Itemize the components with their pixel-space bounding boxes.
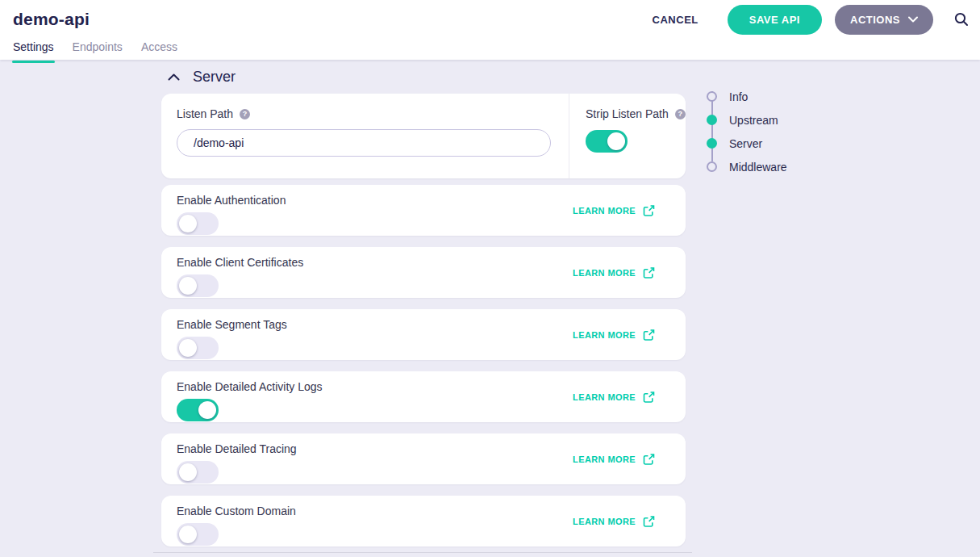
toggle-knob [179, 339, 197, 357]
learn-more-link[interactable]: LEARN MORE [573, 204, 655, 216]
strip-listen-path-label: Strip Listen Path [586, 107, 669, 120]
enable-detailed-tracing-card: Enable Detailed Tracing LEARN MORE [161, 433, 686, 484]
listen-path-card: Listen Path ? Strip Listen Path ? [161, 94, 686, 178]
step-label: Middleware [729, 161, 787, 174]
step-dot [707, 138, 717, 149]
enable-segment-tags-card: Enable Segment Tags LEARN MORE [161, 309, 686, 360]
section-stepper: Info Upstream Server Middleware [707, 85, 787, 178]
listen-path-label-row: Listen Path ? [177, 107, 551, 120]
step-dot [707, 115, 717, 125]
save-api-button[interactable]: SAVE API [728, 5, 822, 35]
tab-settings[interactable]: Settings [13, 40, 54, 60]
toggle-knob [179, 526, 197, 543]
learn-more-label: LEARN MORE [573, 517, 636, 526]
external-link-icon [643, 515, 655, 527]
listen-path-field: Listen Path ? [161, 94, 569, 178]
server-cards: Listen Path ? Strip Listen Path ? Enable… [161, 94, 686, 557]
step-label: Upstream [729, 114, 778, 127]
enable-detailed-activity-logs-card: Enable Detailed Activity Logs LEARN MORE [161, 371, 686, 422]
strip-listen-path-toggle[interactable] [586, 130, 628, 153]
toggle-knob [179, 277, 197, 295]
step-label: Info [729, 90, 748, 103]
chevron-up-icon [168, 73, 180, 81]
help-icon[interactable]: ? [675, 109, 686, 119]
learn-more-label: LEARN MORE [573, 392, 636, 402]
step-dot [707, 91, 717, 102]
actions-button[interactable]: ACTIONS [835, 5, 933, 35]
enable-authentication-card: Enable Authentication LEARN MORE [161, 185, 686, 236]
learn-more-label: LEARN MORE [573, 206, 636, 216]
header: demo-api CANCEL SAVE API ACTIONS [0, 0, 980, 39]
strip-listen-path-label-row: Strip Listen Path ? [586, 107, 686, 120]
enable-custom-domain-card: Enable Custom Domain LEARN MORE [161, 496, 686, 547]
page-title: demo-api [13, 10, 90, 29]
search-icon [954, 12, 969, 27]
enable-segment-tags-toggle[interactable] [177, 337, 219, 359]
listen-path-input[interactable] [177, 129, 551, 157]
enable-authentication-toggle[interactable] [177, 212, 219, 235]
external-link-icon [643, 453, 655, 465]
toggle-knob [179, 463, 197, 481]
chevron-down-icon [908, 16, 918, 23]
cancel-button[interactable]: CANCEL [653, 14, 699, 26]
external-link-icon [643, 266, 655, 278]
learn-more-label: LEARN MORE [573, 268, 636, 278]
learn-more-label: LEARN MORE [573, 454, 636, 464]
learn-more-link[interactable]: LEARN MORE [573, 391, 655, 403]
tab-bar: Settings Endpoints Access [0, 39, 980, 60]
stepper-item-upstream[interactable]: Upstream [707, 108, 787, 132]
learn-more-link[interactable]: LEARN MORE [573, 453, 655, 465]
tab-access[interactable]: Access [141, 40, 177, 60]
header-actions: CANCEL SAVE API ACTIONS [653, 5, 969, 35]
stepper-item-middleware[interactable]: Middleware [707, 155, 787, 178]
stepper-item-info[interactable]: Info [707, 85, 787, 108]
toggle-knob [198, 401, 216, 419]
tab-endpoints[interactable]: Endpoints [73, 40, 123, 60]
help-icon[interactable]: ? [240, 109, 250, 119]
actions-label: ACTIONS [850, 14, 900, 26]
section-divider [153, 552, 692, 553]
section-title: Server [193, 69, 236, 86]
enable-detailed-tracing-toggle[interactable] [177, 461, 219, 484]
search-button[interactable] [954, 12, 969, 27]
strip-listen-path-field: Strip Listen Path ? [569, 94, 686, 178]
enable-client-certificates-toggle[interactable] [177, 274, 219, 297]
server-section-header[interactable]: Server [168, 69, 236, 86]
enable-custom-domain-toggle[interactable] [177, 523, 219, 546]
external-link-icon [643, 204, 655, 216]
enable-client-certificates-card: Enable Client Certificates LEARN MORE [161, 247, 686, 298]
learn-more-link[interactable]: LEARN MORE [573, 515, 655, 527]
learn-more-link[interactable]: LEARN MORE [573, 329, 655, 341]
step-label: Server [729, 137, 762, 150]
external-link-icon [643, 329, 655, 341]
enable-detailed-activity-logs-toggle[interactable] [177, 399, 219, 421]
external-link-icon [643, 391, 655, 403]
learn-more-link[interactable]: LEARN MORE [573, 266, 655, 278]
stepper-item-server[interactable]: Server [707, 132, 787, 155]
learn-more-label: LEARN MORE [573, 330, 636, 340]
listen-path-label: Listen Path [177, 107, 233, 120]
settings-content: Server Listen Path ? Strip Listen Path ? [0, 60, 980, 557]
step-dot [707, 161, 717, 172]
top-bar: demo-api CANCEL SAVE API ACTIONS Setting… [0, 0, 980, 60]
toggle-knob [607, 132, 625, 150]
toggle-knob [179, 215, 197, 232]
